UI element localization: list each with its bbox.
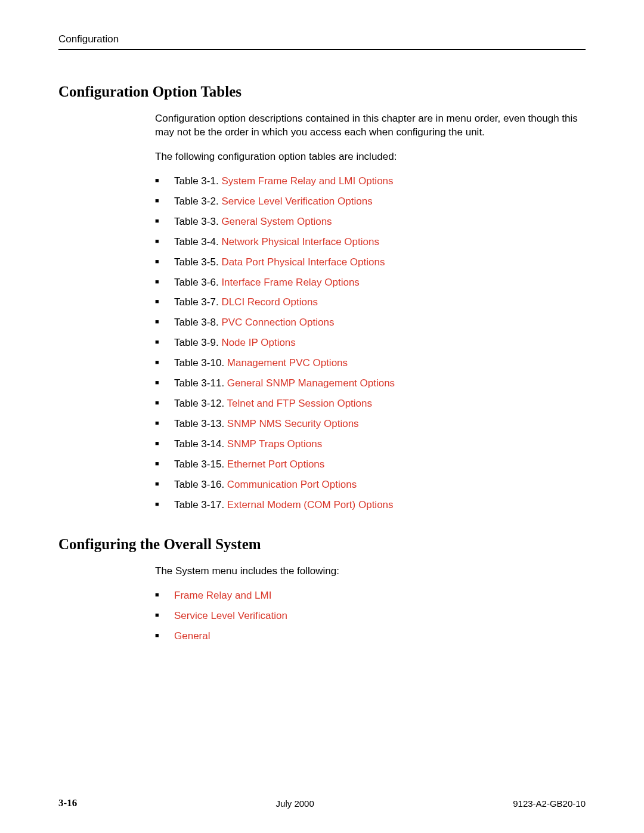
list-item: Table 3-16. Communication Port Options	[155, 478, 586, 492]
footer-docid: 9123-A2-GB20-10	[513, 798, 586, 809]
table-prefix: Table 3-12.	[174, 398, 227, 409]
table-link[interactable]: Communication Port Options	[227, 479, 357, 490]
list-item: Table 3-6. Interface Frame Relay Options	[155, 276, 586, 290]
table-link[interactable]: Telnet and FTP Session Options	[227, 398, 373, 409]
table-prefix: Table 3-14.	[174, 438, 227, 450]
page-number: 3-16	[58, 797, 77, 809]
table-link[interactable]: Service Level Verification Options	[221, 196, 372, 207]
table-link[interactable]: Ethernet Port Options	[227, 459, 324, 470]
list-item: Table 3-5. Data Port Physical Interface …	[155, 256, 586, 270]
table-prefix: Table 3-13.	[174, 418, 227, 429]
table-prefix: Table 3-8.	[174, 317, 221, 328]
table-link[interactable]: External Modem (COM Port) Options	[227, 499, 394, 510]
table-prefix: Table 3-5.	[174, 256, 221, 268]
footer-date: July 2000	[276, 798, 314, 809]
list-item: Table 3-7. DLCI Record Options	[155, 296, 586, 309]
table-prefix: Table 3-1.	[174, 175, 221, 187]
table-link[interactable]: Interface Frame Relay Options	[221, 277, 359, 288]
table-prefix: Table 3-10.	[174, 357, 227, 368]
list-item: General	[155, 630, 586, 643]
list-item: Table 3-4. Network Physical Interface Op…	[155, 236, 586, 249]
list-item: Table 3-3. General System Options	[155, 215, 586, 229]
list-item: Table 3-10. Management PVC Options	[155, 357, 586, 370]
list-item: Table 3-1. System Frame Relay and LMI Op…	[155, 175, 586, 188]
list-item: Table 3-11. General SNMP Management Opti…	[155, 377, 586, 391]
system-menu-list: Frame Relay and LMIService Level Verific…	[155, 589, 586, 643]
table-prefix: Table 3-7.	[174, 296, 221, 308]
menu-link[interactable]: General	[174, 630, 210, 642]
header-label: Configuration	[58, 33, 586, 45]
list-item: Table 3-9. Node IP Options	[155, 336, 586, 350]
list-item: Table 3-15. Ethernet Port Options	[155, 458, 586, 472]
table-link[interactable]: DLCI Record Options	[221, 296, 318, 308]
para: The System menu includes the following:	[155, 565, 586, 578]
section-heading-1: Configuration Option Tables	[58, 83, 586, 100]
list-item: Table 3-12. Telnet and FTP Session Optio…	[155, 397, 586, 411]
table-prefix: Table 3-17.	[174, 499, 227, 510]
table-link[interactable]: General System Options	[221, 216, 332, 227]
table-link[interactable]: Data Port Physical Interface Options	[221, 256, 385, 268]
table-link[interactable]: SNMP Traps Options	[227, 438, 322, 450]
table-prefix: Table 3-15.	[174, 459, 227, 470]
table-link[interactable]: Network Physical Interface Options	[221, 236, 379, 247]
list-item: Service Level Verification	[155, 609, 586, 623]
list-item: Table 3-2. Service Level Verification Op…	[155, 195, 586, 209]
table-prefix: Table 3-9.	[174, 337, 221, 348]
menu-link[interactable]: Service Level Verification	[174, 610, 287, 621]
table-link[interactable]: PVC Connection Options	[221, 317, 334, 328]
list-item: Table 3-8. PVC Connection Options	[155, 316, 586, 330]
menu-link[interactable]: Frame Relay and LMI	[174, 590, 271, 601]
list-item: Frame Relay and LMI	[155, 589, 586, 603]
list-item: Table 3-14. SNMP Traps Options	[155, 438, 586, 451]
table-list: Table 3-1. System Frame Relay and LMI Op…	[155, 175, 586, 512]
table-prefix: Table 3-11.	[174, 377, 227, 389]
para: Configuration option descriptions contai…	[155, 112, 586, 140]
table-link[interactable]: Management PVC Options	[227, 357, 348, 368]
section1-content: Configuration option descriptions contai…	[155, 112, 586, 512]
section-heading-2: Configuring the Overall System	[58, 536, 586, 553]
table-prefix: Table 3-4.	[174, 236, 221, 247]
page-footer: 3-16 July 2000 9123-A2-GB20-10	[58, 797, 586, 809]
list-item: Table 3-13. SNMP NMS Security Options	[155, 417, 586, 431]
page-header: Configuration	[58, 33, 586, 50]
table-link[interactable]: Node IP Options	[221, 337, 295, 348]
table-prefix: Table 3-2.	[174, 196, 221, 207]
list-item: Table 3-17. External Modem (COM Port) Op…	[155, 498, 586, 512]
table-link[interactable]: SNMP NMS Security Options	[227, 418, 359, 429]
table-prefix: Table 3-16.	[174, 479, 227, 490]
section2-content: The System menu includes the following: …	[155, 565, 586, 643]
table-link[interactable]: System Frame Relay and LMI Options	[221, 175, 393, 187]
table-prefix: Table 3-3.	[174, 216, 221, 227]
para: The following configuration option table…	[155, 150, 586, 164]
table-link[interactable]: General SNMP Management Options	[227, 377, 395, 389]
table-prefix: Table 3-6.	[174, 277, 221, 288]
